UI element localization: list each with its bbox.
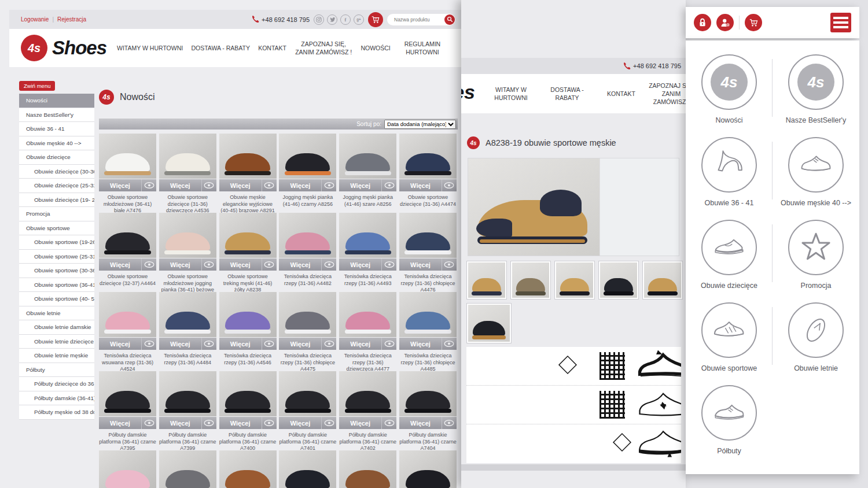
more-button[interactable]: Więcej xyxy=(279,261,321,268)
sidebar-item[interactable]: Obuwie dziecięce (19- 26) xyxy=(19,193,94,208)
quick-view-button[interactable] xyxy=(442,338,457,350)
more-button[interactable]: Więcej xyxy=(399,420,442,427)
product-photo[interactable] xyxy=(99,134,156,179)
product-name[interactable]: Jogging męski pianka (41-46) czarny A825… xyxy=(279,194,336,208)
quick-view-button[interactable] xyxy=(141,258,156,271)
product-photo[interactable] xyxy=(219,450,277,488)
product-photo[interactable] xyxy=(339,213,396,258)
nav-item[interactable]: DOSTAWA - RABATY xyxy=(191,44,250,52)
quick-view-button[interactable] xyxy=(201,179,216,191)
quick-view-button[interactable] xyxy=(321,417,336,429)
nav-item[interactable]: WITAMY W HURTOWNI xyxy=(483,86,539,102)
login-link[interactable]: Logowanie xyxy=(21,16,49,23)
category-item[interactable]: Promocja xyxy=(773,220,859,302)
login-button[interactable] xyxy=(694,14,711,31)
sidebar-item[interactable]: Obuwie męskie 40 --> xyxy=(19,136,94,151)
quick-view-button[interactable] xyxy=(201,338,216,350)
quick-view-button[interactable] xyxy=(442,417,457,429)
product-photo[interactable] xyxy=(399,213,457,258)
hamburger-menu-button[interactable] xyxy=(830,13,851,32)
product-photo[interactable] xyxy=(339,134,396,179)
product-name[interactable]: Tenisówka dziecięca rzepy (31-36) A4482 xyxy=(279,273,336,287)
product-name[interactable]: Obuwie sportowe młodzieżowe (36-41) biał… xyxy=(99,194,156,215)
product-photo[interactable] xyxy=(339,450,396,488)
quick-view-button[interactable] xyxy=(141,417,156,429)
more-button[interactable]: Więcej xyxy=(99,261,141,268)
product-photo[interactable] xyxy=(219,371,277,416)
more-button[interactable]: Więcej xyxy=(339,182,381,189)
sidebar-item[interactable]: Obuwie letnie damskie xyxy=(19,320,94,335)
product-main-photo[interactable] xyxy=(468,158,599,256)
more-button[interactable]: Więcej xyxy=(159,341,201,347)
more-button[interactable]: Więcej xyxy=(159,182,201,189)
product-photo[interactable] xyxy=(399,450,457,488)
product-photo[interactable] xyxy=(159,134,216,179)
product-photo[interactable] xyxy=(279,292,336,337)
sidebar-item[interactable]: Obuwie letnie męskie xyxy=(19,349,94,363)
more-button[interactable]: Więcej xyxy=(219,261,262,268)
product-photo[interactable] xyxy=(219,213,277,258)
more-button[interactable]: Więcej xyxy=(399,182,442,189)
product-name[interactable]: Półbuty damskie platforma (36-41) czarne… xyxy=(279,432,336,452)
sort-select[interactable]: Data dodania (malejąco) xyxy=(384,120,456,129)
product-name[interactable]: Tenisówka dziecięca rzepy (31-36) A4484 xyxy=(159,353,216,366)
instagram-icon[interactable] xyxy=(314,14,324,25)
category-item[interactable]: 4sNasze BestSeller'y xyxy=(773,54,859,137)
sidebar-item[interactable]: Półbuty xyxy=(19,363,94,378)
product-name[interactable]: Tenisówka dziecięca rzepy (31-36) A4493 xyxy=(339,273,396,287)
sidebar-item[interactable]: Półbuty damskie (36-41) xyxy=(19,391,94,406)
quick-view-button[interactable] xyxy=(381,338,396,350)
nav-item[interactable]: ZAPOZNAJ SIĘ, ZANIM ZAMÓWISZ ! xyxy=(646,82,686,106)
search-input[interactable] xyxy=(393,16,443,23)
more-button[interactable]: Więcej xyxy=(279,420,321,427)
nav-item[interactable]: KONTAKT xyxy=(607,90,635,98)
category-item[interactable]: Obuwie 36 - 41 xyxy=(686,137,773,220)
product-name[interactable]: Tenisówka dziecięca rzepy (31-36) dziewc… xyxy=(339,353,396,373)
more-button[interactable]: Więcej xyxy=(279,182,321,189)
product-name[interactable]: Półbuty damskie platforma (36-41) czarne… xyxy=(219,432,277,452)
sidebar-item[interactable]: Promocja xyxy=(19,207,94,221)
more-button[interactable]: Więcej xyxy=(279,341,321,347)
product-name[interactable]: Obuwie męskie eleganckie wyjściowe (40-4… xyxy=(219,194,277,215)
more-button[interactable]: Więcej xyxy=(399,261,442,268)
cart-button[interactable] xyxy=(745,14,762,31)
product-photo[interactable] xyxy=(399,371,457,416)
register-button[interactable] xyxy=(716,14,734,31)
quick-view-button[interactable] xyxy=(321,258,336,271)
category-item[interactable]: 4sNowości xyxy=(686,54,773,137)
product-photo[interactable] xyxy=(279,213,336,258)
product-name[interactable]: Półbuty damskie platforma (36-41) czarne… xyxy=(339,432,396,452)
sidebar-item[interactable]: Obuwie sportowe (25-31) xyxy=(19,250,94,264)
more-button[interactable]: Więcej xyxy=(219,341,262,347)
collapse-menu-button[interactable]: Zwiń menu xyxy=(19,81,55,91)
product-photo[interactable] xyxy=(219,134,277,179)
product-photo[interactable] xyxy=(399,292,457,337)
thumbnail[interactable] xyxy=(510,261,551,300)
product-name[interactable]: Półbuty damskie platforma (36-41) czarne… xyxy=(399,432,457,452)
quick-view-button[interactable] xyxy=(201,258,216,271)
quick-view-button[interactable] xyxy=(321,179,336,191)
quick-view-button[interactable] xyxy=(262,258,277,271)
more-button[interactable]: Więcej xyxy=(99,341,141,347)
quick-view-button[interactable] xyxy=(141,179,156,191)
product-name[interactable]: Tenisówka dziecięca rzepy (31-36) chłopi… xyxy=(399,273,457,294)
facebook-icon[interactable] xyxy=(340,14,351,25)
sidebar-item[interactable]: Obuwie letnie xyxy=(19,306,94,321)
product-photo[interactable] xyxy=(279,371,336,416)
more-button[interactable]: Więcej xyxy=(99,420,141,427)
product-name[interactable]: Obuwie sportowe treking męski (41-46) żó… xyxy=(219,273,277,294)
google-plus-icon[interactable] xyxy=(354,14,364,25)
sidebar-item[interactable]: Półbuty męskie od 38 do 50 xyxy=(19,405,94,420)
product-photo[interactable] xyxy=(279,450,336,488)
thumbnail[interactable] xyxy=(466,303,512,343)
product-photo[interactable] xyxy=(99,371,156,416)
product-name[interactable]: Półbuty damskie platforma (36-41) czarne… xyxy=(99,432,156,452)
more-button[interactable]: Więcej xyxy=(99,182,141,189)
quick-view-button[interactable] xyxy=(141,338,156,350)
sidebar-item[interactable]: Nowości xyxy=(19,94,94,108)
more-button[interactable]: Więcej xyxy=(339,341,381,347)
category-item[interactable]: Obuwie męskie 40 --> xyxy=(773,137,859,220)
product-photo[interactable] xyxy=(339,371,396,416)
search-button[interactable] xyxy=(444,14,455,25)
brand-logo[interactable]: 4s Shoes xyxy=(21,35,106,61)
